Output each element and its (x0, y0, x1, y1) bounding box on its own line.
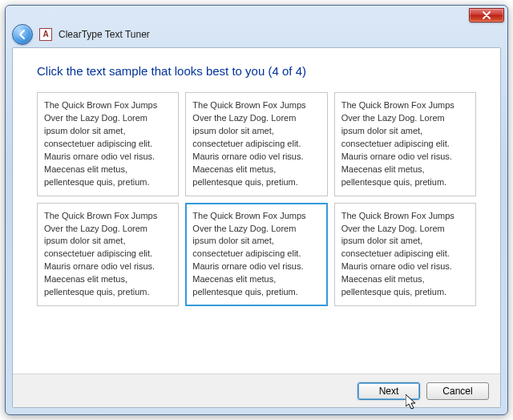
header-strip: A ClearType Text Tuner (6, 23, 507, 46)
next-button[interactable]: Next (357, 382, 420, 400)
text-sample-4[interactable]: The Quick Brown Fox Jumps Over the Lazy … (37, 203, 179, 307)
text-sample-6[interactable]: The Quick Brown Fox Jumps Over the Lazy … (334, 203, 476, 307)
text-sample-3[interactable]: The Quick Brown Fox Jumps Over the Lazy … (334, 92, 476, 196)
content-area: Click the text sample that looks best to… (13, 48, 500, 374)
content-panel: Click the text sample that looks best to… (12, 47, 501, 408)
close-icon (483, 11, 491, 19)
text-sample-5[interactable]: The Quick Brown Fox Jumps Over the Lazy … (185, 203, 327, 307)
window-title: ClearType Text Tuner (59, 29, 150, 40)
sample-grid: The Quick Brown Fox Jumps Over the Lazy … (37, 92, 476, 306)
instruction-text: Click the text sample that looks best to… (37, 64, 476, 78)
text-sample-2[interactable]: The Quick Brown Fox Jumps Over the Lazy … (185, 92, 327, 196)
close-button[interactable] (469, 8, 504, 22)
back-button[interactable] (12, 24, 33, 45)
dialog-window: A ClearType Text Tuner Click the text sa… (5, 5, 508, 415)
cancel-button[interactable]: Cancel (426, 382, 489, 400)
button-bar: Next Cancel (13, 374, 500, 407)
app-icon: A (39, 28, 52, 41)
back-arrow-icon (17, 29, 28, 40)
text-sample-1[interactable]: The Quick Brown Fox Jumps Over the Lazy … (37, 92, 179, 196)
